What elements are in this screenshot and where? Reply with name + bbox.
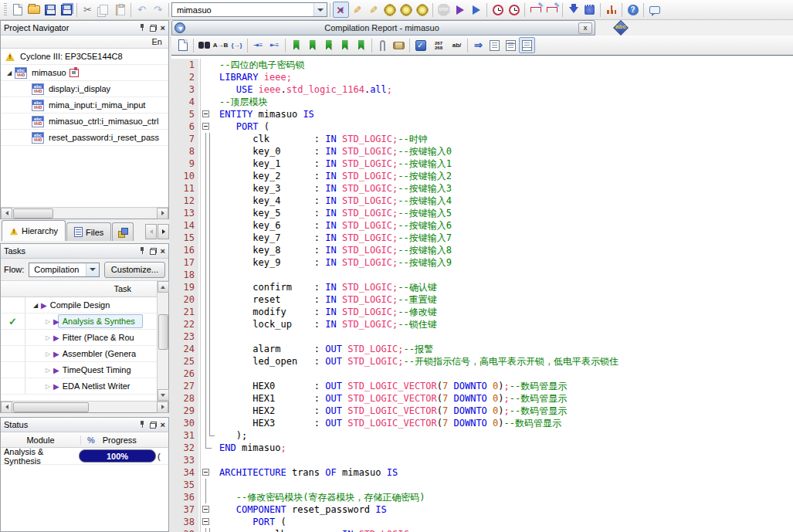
rtl-viewer-button[interactable] [603,2,619,18]
simulation-button[interactable] [527,2,544,18]
combobox-dropdown-button[interactable] [313,3,327,16]
device-button[interactable] [398,2,414,18]
messages-button[interactable] [646,2,663,18]
task-row[interactable]: ▷ ▶ EDA Netlist Writer [1,378,157,395]
settings-button[interactable] [381,2,398,18]
toggle-bookmark-button[interactable] [288,37,304,53]
compass-settings-button[interactable] [333,2,349,18]
float-icon[interactable] [150,25,157,32]
start-compilation-button[interactable] [452,2,468,18]
float-icon[interactable] [150,422,157,429]
toolbar-grip[interactable] [4,3,7,17]
code-line[interactable]: 5ENTITY mimasuo IS [171,108,793,120]
code-line[interactable]: 15 key_7 : IN STD_LOGIC;--按键输入7 [171,232,793,244]
scroll-right-button[interactable] [157,208,168,219]
pin-icon[interactable] [139,24,146,32]
code-line[interactable]: 2LIBRARY ieee; [171,71,793,83]
code-line[interactable]: 23 [171,330,793,343]
status-row[interactable]: Analysis & Synthesis 100% ( [1,448,168,465]
task-row[interactable]: ▷ ▶ TimeQuest Timing [1,362,157,378]
assignment-editor-button[interactable]: ✎ [349,2,365,18]
insert-template-button[interactable] [391,37,407,53]
code-line[interactable]: 7 clk : IN STD_LOGIC;--时钟 [171,133,793,145]
comment-button[interactable]: ab/ [449,37,465,53]
code-line[interactable]: 29 HEX2 : OUT STD_LOGIC_VECTOR(7 DOWNTO … [171,405,793,417]
paste-button[interactable] [112,2,128,18]
code-line[interactable]: 39 clk : IN STD_LOGIC; [171,528,793,532]
code-line[interactable]: 21 modify : IN STD_LOGIC;--修改键 [171,306,793,318]
previous-bookmark-button[interactable] [320,37,337,53]
report-close-button[interactable]: x [578,22,592,34]
delete-all-bookmarks-button[interactable] [353,37,369,53]
fold-collapse-icon[interactable] [201,466,219,479]
code-line[interactable]: 17 key_9 : IN STD_LOGIC;--按键输入9 [171,256,793,269]
code-line[interactable]: 32END mimasuo; [171,442,793,454]
code-line[interactable]: 11 key_3 : IN STD_LOGIC;--按键输入3 [171,182,793,195]
task-column-header[interactable]: Task [1,281,168,297]
code-line[interactable]: 10 key_2 : IN STD_LOGIC;--按键输入2 [171,170,793,182]
find-button[interactable] [196,37,212,53]
collapsed-arrow-icon[interactable]: ▷ [46,334,53,341]
task-row[interactable]: ◢ ▶ Compile Design [1,297,157,313]
tab-hierarchy[interactable]: Hierarchy [2,220,66,241]
flow-combobox[interactable]: Compilation [29,263,100,277]
code-line[interactable]: 6 PORT ( [171,120,793,133]
code-line[interactable]: 18 [171,269,793,281]
close-icon[interactable]: × [161,25,165,32]
tab-design-units[interactable] [112,222,134,241]
expanded-arrow-icon[interactable]: ◢ [7,69,15,76]
editor-window-button[interactable] [175,37,191,53]
cut-button[interactable]: ✂ [80,2,96,18]
fold-collapse-icon[interactable] [201,516,219,528]
horizontal-scrollbar[interactable] [1,401,168,412]
scroll-right-button[interactable] [157,402,168,413]
scrollbar-thumb[interactable] [158,314,168,350]
pin-planner-button[interactable]: ✎ [365,2,381,18]
fold-collapse-icon[interactable] [201,120,219,133]
code-line[interactable]: 34ARCHITECTURE trans OF mimasuo IS [171,466,793,479]
root-entity-row[interactable]: ◢ abcVHD mimasuo [1,65,168,81]
collapsed-arrow-icon[interactable]: ▷ [46,367,53,374]
fold-collapse-icon[interactable] [201,108,219,120]
pin-icon[interactable] [139,421,146,429]
task-row[interactable]: ▷ ▶ Fitter (Place & Rou [1,330,157,346]
code-line[interactable]: 24 alarm : OUT STD_LOGIC;--报警 [171,343,793,355]
goto-line-button[interactable]: ⇒ [470,37,486,53]
goto-brace-button[interactable]: {→} [229,37,245,53]
timequest-button[interactable] [490,2,506,18]
code-line[interactable]: 19 confirm : IN STD_LOGIC;--确认键 [171,281,793,293]
indent-button[interactable]: ⇥≡ [250,37,266,53]
remove-assignments-button[interactable] [414,2,430,18]
code-line[interactable]: 33 [171,454,793,466]
next-bookmark-button[interactable] [304,37,320,53]
code-line[interactable]: 31 ); [171,429,793,442]
instance-row[interactable]: abcVHD reset_password:i_reset_pass [1,130,168,146]
code-line[interactable]: 3 USE ieee.std_logic_1164.all; [171,83,793,96]
vertical-scrollbar[interactable] [157,281,168,401]
instance-row[interactable]: abcVHD mima_input:i_mima_input [1,97,168,114]
redo-button[interactable]: ↷ [150,2,166,18]
project-combobox[interactable]: mimasuo [171,2,327,17]
code-line[interactable]: 27 HEX0 : OUT STD_LOGIC_VECTOR(7 DOWNTO … [171,380,793,392]
close-icon[interactable]: × [161,248,165,255]
attach-button[interactable] [374,37,391,53]
unindent-button[interactable]: ⇤≡ [266,37,283,53]
instance-row[interactable]: abcVHD display:i_display [1,81,168,97]
pin-icon[interactable] [139,247,146,255]
entity-column-header[interactable]: En [1,36,168,49]
chip-planner-button[interactable] [581,2,598,18]
code-line[interactable]: 4--顶层模块 [171,96,793,108]
code-line[interactable]: 20 reset : IN STD_LOGIC;--重置键 [171,293,793,306]
replace-button[interactable]: A→B [212,37,229,53]
syntax-check-button[interactable]: ✓ [412,37,429,53]
new-file-button[interactable] [9,2,25,18]
code-line[interactable]: 25 led_open : OUT STD_LOGIC;--开锁指示信号，高电平… [171,355,793,368]
collapsed-arrow-icon[interactable]: ▷ [46,318,53,325]
line-count-button[interactable]: 267 268 [429,37,449,53]
delete-bookmark-button[interactable] [337,37,353,53]
save-button[interactable] [42,2,58,18]
undo-button[interactable]: ↶ [134,2,150,18]
code-line[interactable]: 30 HEX3 : OUT STD_LOGIC_VECTOR(7 DOWNTO … [171,417,793,429]
start-analysis-synthesis-button[interactable] [468,2,484,18]
stop-button[interactable]: STOP [435,2,452,18]
